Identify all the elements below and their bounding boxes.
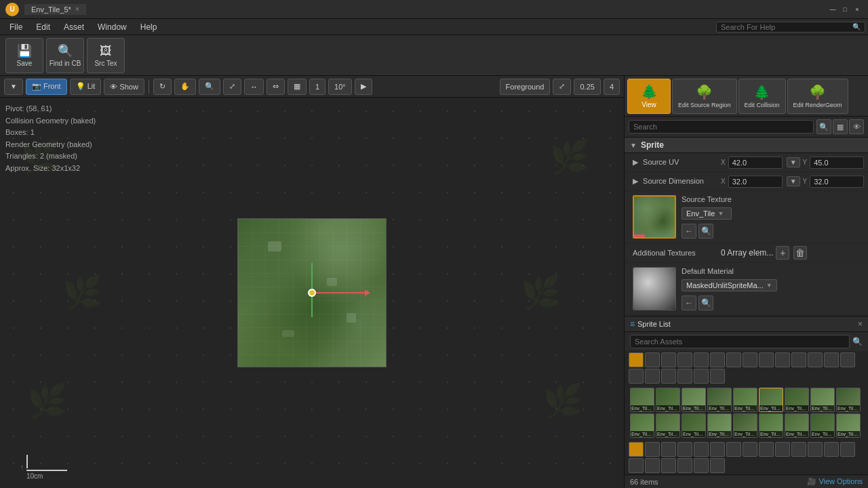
- sprite-item[interactable]: Env_Tile_12: [707, 413, 732, 438]
- expand-button[interactable]: ⤢: [553, 79, 571, 95]
- sg-btn-9[interactable]: [759, 352, 774, 367]
- sprite-item[interactable]: Env_Tile_11: [682, 413, 706, 438]
- sg-btn-13[interactable]: [824, 352, 839, 367]
- source-uv-x-spinner[interactable]: ▼: [787, 157, 800, 167]
- sprite-item[interactable]: Env_Tile_8: [836, 388, 861, 412]
- pivot-handle[interactable]: [308, 289, 316, 297]
- tab-close[interactable]: ×: [75, 5, 79, 13]
- sprite-item[interactable]: Env_Tile_5: [759, 388, 783, 412]
- sg2-btn-6[interactable]: [710, 442, 725, 457]
- search-button[interactable]: 🔍: [816, 119, 831, 134]
- menu-edit[interactable]: Edit: [29, 21, 57, 33]
- sg2-btn-9[interactable]: [759, 442, 774, 457]
- fit-button[interactable]: ⤢: [223, 79, 241, 95]
- snap-button[interactable]: ⇔: [267, 79, 285, 95]
- sg-btn-15[interactable]: [629, 369, 644, 384]
- maximize-button[interactable]: □: [840, 4, 850, 15]
- sg2-btn-8[interactable]: [743, 442, 757, 457]
- sg2-btn-20[interactable]: [710, 458, 725, 473]
- columns-button[interactable]: ▦: [833, 119, 848, 134]
- sprite-item[interactable]: Env_Tile_14: [759, 413, 783, 438]
- sg-btn-4[interactable]: [677, 352, 692, 367]
- move-button[interactable]: ↔: [244, 79, 264, 95]
- src-tex-button[interactable]: 🖼 Src Tex: [87, 38, 125, 73]
- sg2-btn-18[interactable]: [677, 458, 692, 473]
- sprite-item[interactable]: Env_Tile_17: [836, 413, 861, 438]
- eye-button[interactable]: 👁: [849, 119, 864, 134]
- source-dim-x-spinner[interactable]: ▼: [787, 176, 800, 186]
- find-in-cb-button[interactable]: 🔍 Find in CB: [46, 38, 84, 73]
- minimize-button[interactable]: —: [827, 4, 838, 15]
- grid-button[interactable]: ▦: [288, 79, 307, 95]
- material-find-button[interactable]: 🔍: [698, 296, 713, 310]
- sg-btn-17[interactable]: [661, 369, 676, 384]
- source-uv-x[interactable]: [728, 157, 783, 169]
- texture-find-button[interactable]: 🔍: [698, 224, 713, 239]
- sprite-item[interactable]: Env_Tile_13: [733, 413, 757, 438]
- sg2-btn-11[interactable]: [791, 442, 806, 457]
- source-dim-arrow[interactable]: ▶: [633, 177, 638, 185]
- sprite-item[interactable]: Env_Tile_7: [810, 388, 835, 412]
- add-texture-button[interactable]: +: [776, 246, 789, 260]
- edit-source-region-button[interactable]: 🌳 Edit Source Region: [672, 79, 737, 114]
- play-button[interactable]: ▶: [355, 79, 372, 95]
- sg-btn-6[interactable]: [710, 352, 725, 367]
- sg-btn-19[interactable]: [694, 369, 709, 384]
- view-options-button[interactable]: 🎥 View Options: [807, 477, 863, 486]
- source-texture-name[interactable]: Env_Tile ▼: [682, 207, 732, 220]
- sg-btn-3[interactable]: [661, 352, 676, 367]
- close-button[interactable]: ×: [852, 4, 863, 15]
- sg-btn-5[interactable]: [694, 352, 709, 367]
- save-button[interactable]: 💾 Save: [5, 38, 43, 73]
- remove-texture-button[interactable]: 🗑: [793, 246, 807, 260]
- sg-btn-2[interactable]: [645, 352, 660, 367]
- help-search[interactable]: 🔍: [716, 22, 865, 33]
- sg2-btn-13[interactable]: [824, 442, 839, 457]
- angle-button[interactable]: 10°: [328, 79, 352, 95]
- sg-btn-11[interactable]: [791, 352, 806, 367]
- sg2-btn-3[interactable]: [661, 442, 676, 457]
- menu-file[interactable]: File: [3, 21, 29, 33]
- sprite-item[interactable]: Env_Tile_9: [630, 413, 654, 438]
- sg-btn-12[interactable]: [808, 352, 823, 367]
- snap-size-button[interactable]: 1: [309, 79, 326, 95]
- view-mode-button[interactable]: 🌲 View: [627, 79, 671, 114]
- sg-btn-10[interactable]: [775, 352, 790, 367]
- menu-help[interactable]: Help: [134, 21, 164, 33]
- sprite-item[interactable]: Env_Tile_1: [656, 388, 680, 412]
- perspective-dropdown[interactable]: ▼: [4, 79, 23, 95]
- rotate-button[interactable]: ↻: [153, 79, 172, 95]
- texture-back-button[interactable]: ←: [682, 224, 696, 239]
- sg2-btn-2[interactable]: [645, 442, 660, 457]
- zoom-button[interactable]: 🔍: [199, 79, 220, 95]
- sg2-btn-5[interactable]: [694, 442, 709, 457]
- sg-btn-1[interactable]: [629, 352, 644, 367]
- sg2-btn-7[interactable]: [726, 442, 741, 457]
- sprite-item[interactable]: Env_Tile_15: [785, 413, 809, 438]
- menu-window[interactable]: Window: [91, 21, 134, 33]
- edit-render-geom-button[interactable]: 🌳 Edit RenderGeom: [787, 79, 848, 114]
- menu-asset[interactable]: Asset: [57, 21, 91, 33]
- source-dim-y[interactable]: [810, 176, 864, 188]
- default-material-name[interactable]: MaskedUnlitSpriteMa... ▼: [682, 279, 777, 291]
- help-search-input[interactable]: [721, 23, 852, 31]
- sg-btn-14[interactable]: [840, 352, 855, 367]
- sg-btn-16[interactable]: [645, 369, 660, 384]
- sprite-search-input[interactable]: [630, 335, 850, 348]
- sprite-item[interactable]: Env_Tile_2: [682, 388, 706, 412]
- source-dim-x[interactable]: [728, 176, 783, 188]
- sprite-item[interactable]: Env_Tile_6: [785, 388, 809, 412]
- material-back-button[interactable]: ←: [682, 296, 696, 310]
- sg2-btn-14[interactable]: [840, 442, 855, 457]
- sg-btn-20[interactable]: [710, 369, 725, 384]
- sg2-btn-10[interactable]: [775, 442, 790, 457]
- front-view-button[interactable]: 📷 Front: [26, 79, 67, 95]
- sg-btn-8[interactable]: [743, 352, 757, 367]
- viewport-canvas[interactable]: 🌿 🌿 🌿 🌿 🌿 🌿 Pivot: (58, 61) Collision Ge…: [0, 98, 624, 488]
- sprite-item[interactable]: Env_Tile_4: [733, 388, 757, 412]
- edit-collision-button[interactable]: 🌲 Edit Collision: [738, 79, 786, 114]
- foreground-button[interactable]: Foreground: [500, 79, 551, 95]
- source-uv-y[interactable]: [810, 157, 864, 169]
- sprite-item[interactable]: Env_Tile_0: [630, 388, 654, 412]
- zoom-level[interactable]: 4: [604, 79, 620, 95]
